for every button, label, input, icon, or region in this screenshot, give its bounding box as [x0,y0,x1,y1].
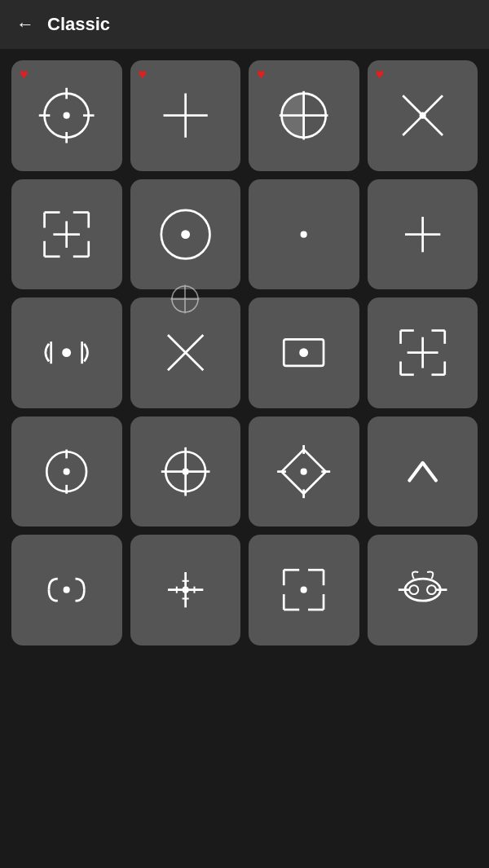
svg-point-61 [64,587,70,593]
svg-point-26 [301,231,307,237]
svg-point-36 [299,348,308,357]
cell-18[interactable] [130,535,241,645]
cell-5[interactable] [11,179,122,290]
cell-19[interactable] [249,535,359,645]
heart-icon: ♥ [139,67,148,82]
svg-point-77 [301,587,307,593]
cell-20[interactable] [368,535,478,645]
svg-point-56 [301,468,307,474]
cell-13[interactable] [11,416,122,527]
cell-15[interactable] [249,416,359,527]
svg-point-29 [62,348,71,357]
cell-2[interactable]: ♥ [130,60,241,171]
heart-icon: ♥ [20,67,29,82]
cell-4[interactable]: ♥ [368,60,478,171]
cell-1[interactable]: ♥ [11,60,122,171]
top-bar: ← Classic [0,0,489,49]
cell-6[interactable] [130,179,241,290]
page-title: Classic [47,14,110,35]
cell-11[interactable] [249,297,359,408]
cell-10[interactable] [130,297,241,408]
svg-point-78 [405,579,440,601]
crosshair-grid: ♥ ♥ ♥ ♥ [0,49,489,657]
svg-point-79 [409,585,418,594]
cell-8[interactable] [368,179,478,290]
cell-3[interactable]: ♥ [249,60,359,171]
svg-point-64 [182,587,188,593]
heart-icon: ♥ [376,67,385,82]
svg-point-30 [172,286,198,312]
svg-point-13 [419,112,425,119]
svg-point-54 [182,468,188,474]
svg-point-50 [64,468,70,474]
cell-7[interactable] [249,179,359,290]
cell-16[interactable] [368,416,478,527]
cell-12[interactable] [368,297,478,408]
back-button[interactable]: ← [16,14,34,35]
cell-14[interactable] [130,416,241,527]
svg-point-25 [181,230,190,239]
heart-icon: ♥ [257,67,266,82]
cell-9[interactable] [11,297,122,408]
svg-point-1 [64,112,70,119]
svg-point-80 [427,585,436,594]
cell-17[interactable] [11,535,122,645]
